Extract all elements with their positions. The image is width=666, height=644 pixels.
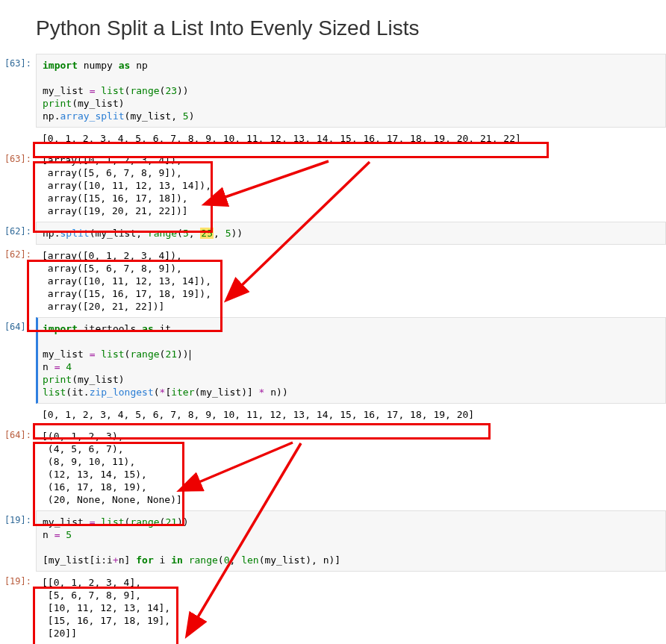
notebook-cell-input: [63]: import numpy as np my_list = list(… — [0, 54, 666, 128]
notebook-cell-output: [64]: [(0, 1, 2, 3), (4, 5, 6, 7), (8, 9… — [0, 425, 666, 510]
result-output: [[0, 1, 2, 3, 4], [5, 6, 7, 8, 9], [10, … — [36, 572, 666, 644]
output-prompt: [64]: — [0, 425, 36, 510]
notebook-cell-input: [64]: import itertools as it my_list = l… — [0, 317, 666, 404]
output-prompt: [19]: — [0, 572, 36, 644]
input-prompt: [63]: — [0, 54, 36, 128]
notebook-cell-output: [62]: [array([0, 1, 2, 3, 4]), array([5,… — [0, 245, 666, 317]
code-input[interactable]: my_list = list(range(21)) n = 5 [my_list… — [36, 510, 666, 572]
notebook-cell-stdout: [0, 1, 2, 3, 4, 5, 6, 7, 8, 9, 10, 11, 1… — [0, 128, 666, 149]
code-input[interactable]: import numpy as np my_list = list(range(… — [36, 54, 666, 128]
code-input[interactable]: import itertools as it my_list = list(ra… — [36, 317, 666, 404]
result-output: [array([0, 1, 2, 3, 4]), array([5, 6, 7,… — [36, 149, 666, 222]
input-prompt: [62]: — [0, 222, 36, 245]
notebook-cell-input: [62]: np.split(my_list, range(5, 25, 5)) — [0, 222, 666, 245]
result-output: [array([0, 1, 2, 3, 4]), array([5, 6, 7,… — [36, 245, 666, 317]
notebook-cell-stdout: [0, 1, 2, 3, 4, 5, 6, 7, 8, 9, 10, 11, 1… — [0, 404, 666, 425]
notebook-cell-input: [19]: my_list = list(range(21)) n = 5 [m… — [0, 510, 666, 572]
input-prompt: [19]: — [0, 510, 36, 572]
notebook-cell-output: [63]: [array([0, 1, 2, 3, 4]), array([5,… — [0, 149, 666, 222]
blank-prompt — [0, 404, 36, 425]
document-root: Python Split a List Into Evenly Sized Li… — [0, 16, 666, 644]
output-prompt: [63]: — [0, 149, 36, 222]
notebook-cell-output: [19]: [[0, 1, 2, 3, 4], [5, 6, 7, 8, 9],… — [0, 572, 666, 644]
stdout-output: [0, 1, 2, 3, 4, 5, 6, 7, 8, 9, 10, 11, 1… — [36, 128, 666, 149]
stdout-output: [0, 1, 2, 3, 4, 5, 6, 7, 8, 9, 10, 11, 1… — [36, 404, 666, 425]
code-input[interactable]: np.split(my_list, range(5, 25, 5)) — [36, 222, 666, 245]
page-title: Python Split a List Into Evenly Sized Li… — [36, 16, 666, 40]
result-output: [(0, 1, 2, 3), (4, 5, 6, 7), (8, 9, 10, … — [36, 425, 666, 510]
output-prompt: [62]: — [0, 245, 36, 317]
blank-prompt — [0, 128, 36, 149]
input-prompt: [64]: — [0, 317, 36, 404]
